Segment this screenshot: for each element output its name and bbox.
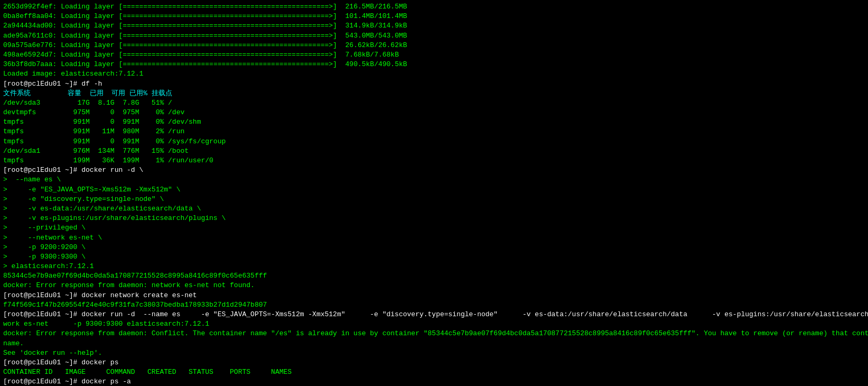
line-2: 0ba8eff8aa04: Loading layer [===========… bbox=[3, 12, 865, 21]
line-20: > -e "ES_JAVA_OPTS=-Xms512m -Xmx512m" \ bbox=[3, 185, 865, 195]
line-36: name. bbox=[3, 339, 865, 348]
line-32: f74f569c1f47b269554f24e40c9f31fa7c38037b… bbox=[3, 300, 865, 310]
line-39: CONTAINER ID IMAGE COMMAND CREATED STATU… bbox=[3, 367, 865, 377]
line-8: Loaded image: elasticsearch:7.12.1 bbox=[3, 69, 865, 79]
line-27: > -p 9300:9300 \ bbox=[3, 252, 865, 262]
line-12: devtmpfs 975M 0 975M 0% /dev bbox=[3, 108, 865, 117]
line-26: > -p 9200:9200 \ bbox=[3, 243, 865, 252]
line-34: work es-net -p 9300:9300 elasticsearch:7… bbox=[3, 319, 865, 329]
terminal: 2653d992f4ef: Loading layer [===========… bbox=[3, 2, 865, 386]
line-16: /dev/sda1 976M 134M 776M 15% /boot bbox=[3, 146, 865, 156]
line-33: [root@pclEdu01 ~]# docker run -d --name … bbox=[3, 310, 865, 319]
line-3: 2a944434ad00: Loading layer [===========… bbox=[3, 21, 865, 31]
line-15: tmpfs 991M 0 991M 0% /sys/fs/cgroup bbox=[3, 137, 865, 146]
line-24: > --privileged \ bbox=[3, 223, 865, 233]
line-38: [root@pclEdu01 ~]# docker ps bbox=[3, 358, 865, 367]
line-14: tmpfs 991M 11M 980M 2% /run bbox=[3, 127, 865, 136]
line-29: 85344c5e7b9ae07f69d4bc0da5a170877215528c… bbox=[3, 271, 865, 281]
line-19: > --name es \ bbox=[3, 175, 865, 185]
line-37: See 'docker run --help'. bbox=[3, 348, 865, 358]
line-23: > -v es-plugins:/usr/share/elasticsearch… bbox=[3, 214, 865, 223]
line-22: > -v es-data:/usr/share/elasticsearch/da… bbox=[3, 204, 865, 214]
line-21: > -e "discovery.type=single-node" \ bbox=[3, 195, 865, 204]
line-1: 2653d992f4ef: Loading layer [===========… bbox=[3, 2, 865, 12]
line-35: docker: Error response from daemon: Conf… bbox=[3, 329, 865, 338]
line-4: ade95a7611c0: Loading layer [===========… bbox=[3, 31, 865, 41]
line-6: 498ae65924d7: Loading layer [===========… bbox=[3, 50, 865, 60]
line-17: tmpfs 199M 36K 199M 1% /run/user/0 bbox=[3, 156, 865, 166]
line-5: 09a575a6e776: Loading layer [===========… bbox=[3, 41, 865, 50]
line-30: docker: Error response from daemon: netw… bbox=[3, 281, 865, 290]
line-25: > --network es-net \ bbox=[3, 233, 865, 243]
line-9: [root@pclEdu01 ~]# df -h bbox=[3, 79, 865, 89]
line-13: tmpfs 991M 0 991M 0% /dev/shm bbox=[3, 117, 865, 127]
line-31: [root@pclEdu01 ~]# docker network create… bbox=[3, 291, 865, 300]
line-10: 文件系统 容量 已用 可用 已用% 挂载点 bbox=[3, 89, 865, 98]
line-28: > elasticsearch:7.12.1 bbox=[3, 262, 865, 271]
line-11: /dev/sda3 17G 8.1G 7.8G 51% / bbox=[3, 98, 865, 108]
line-40: [root@pclEdu01 ~]# docker ps -a bbox=[3, 377, 865, 386]
line-7: 36b3f8db7aaa: Loading layer [===========… bbox=[3, 60, 865, 69]
line-18: [root@pclEdu01 ~]# docker run -d \ bbox=[3, 166, 865, 175]
